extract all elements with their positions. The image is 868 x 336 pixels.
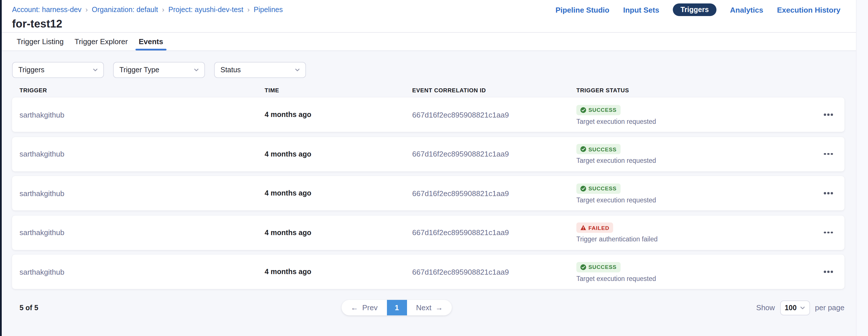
trigger-status-cell: FAILED Trigger authentication failed	[577, 223, 812, 242]
trigger-status-cell: SUCCESS Target execution requested	[577, 144, 812, 164]
trigger-name: sarthakgithub	[20, 228, 265, 237]
prev-label: Prev	[362, 303, 377, 312]
status-detail: Target execution requested	[577, 275, 812, 282]
row-options-menu-button[interactable]	[822, 190, 835, 197]
row-options-menu-button[interactable]	[822, 151, 835, 157]
status-badge: SUCCESS	[577, 183, 621, 194]
status-badge: SUCCESS	[577, 144, 621, 154]
pagination-footer: 5 of 5 ← Prev 1 Next → Show 100 per page	[12, 300, 844, 316]
chevron-down-icon	[294, 67, 300, 73]
show-label: Show	[756, 303, 775, 312]
event-row: sarthakgithub 4 months ago 667d16f2ec895…	[12, 255, 844, 289]
status-label: FAILED	[588, 225, 609, 231]
events-list: sarthakgithub 4 months ago 667d16f2ec895…	[12, 98, 856, 289]
nav-triggers-pill-active[interactable]: Triggers	[673, 3, 716, 16]
current-page-button[interactable]: 1	[386, 300, 407, 315]
next-label: Next	[416, 303, 431, 312]
row-options-menu-button[interactable]	[822, 111, 835, 118]
event-correlation-id: 667d16f2ec895908821c1aa9	[412, 150, 577, 158]
event-correlation-id: 667d16f2ec895908821c1aa9	[412, 189, 577, 198]
event-time: 4 months ago	[265, 150, 412, 158]
chevron-down-icon	[92, 67, 98, 73]
triggers-events-page: Account: harness-dev › Organization: def…	[0, 0, 868, 336]
scrollbar-track[interactable]	[856, 0, 868, 336]
trigger-status-cell: SUCCESS Target execution requested	[577, 105, 812, 125]
trigger-type-filter-label: Trigger Type	[119, 66, 159, 74]
prev-page-button[interactable]: ← Prev	[342, 300, 386, 315]
next-page-button[interactable]: Next →	[407, 300, 452, 315]
nav-input-sets-link[interactable]: Input Sets	[623, 5, 659, 14]
event-time: 4 months ago	[265, 229, 412, 237]
event-row: sarthakgithub 4 months ago 667d16f2ec895…	[12, 176, 844, 210]
tab-trigger-listing[interactable]: Trigger Listing	[17, 33, 64, 51]
status-label: SUCCESS	[588, 185, 617, 192]
col-header-trigger: TRIGGER	[20, 87, 265, 93]
event-correlation-id: 667d16f2ec895908821c1aa9	[412, 228, 577, 237]
col-header-event-correlation-id: EVENT CORRELATION ID	[412, 87, 577, 93]
triggers-filter-dropdown[interactable]: Triggers	[12, 62, 104, 78]
status-detail: Trigger authentication failed	[577, 236, 812, 242]
pager: ← Prev 1 Next →	[342, 300, 452, 315]
tab-events-active[interactable]: Events	[138, 33, 163, 51]
breadcrumb: Account: harness-dev › Organization: def…	[12, 6, 283, 14]
status-filter-label: Status	[220, 66, 241, 74]
per-page-label: per page	[815, 303, 844, 312]
chevron-down-icon	[193, 67, 199, 73]
row-options-menu-button[interactable]	[822, 269, 835, 275]
nav-execution-history-link[interactable]: Execution History	[777, 5, 840, 14]
chevron-down-icon	[799, 305, 805, 310]
trigger-status-cell: SUCCESS Target execution requested	[577, 183, 812, 203]
nav-analytics-link[interactable]: Analytics	[730, 5, 763, 14]
status-detail: Target execution requested	[577, 118, 812, 125]
breadcrumb-pipelines-link[interactable]: Pipelines	[254, 6, 283, 14]
trigger-name: sarthakgithub	[20, 150, 265, 158]
chevron-right-icon: ›	[162, 6, 164, 14]
collapsed-sidebar-edge	[0, 0, 2, 336]
row-options-menu-button[interactable]	[822, 229, 835, 236]
event-time: 4 months ago	[265, 268, 412, 276]
tab-trigger-explorer[interactable]: Trigger Explorer	[74, 33, 128, 51]
event-correlation-id: 667d16f2ec895908821c1aa9	[412, 110, 577, 119]
nav-pipeline-studio-link[interactable]: Pipeline Studio	[555, 5, 609, 14]
trigger-type-filter-dropdown[interactable]: Trigger Type	[113, 62, 205, 78]
status-detail: Target execution requested	[577, 196, 812, 203]
check-circle-icon	[580, 186, 586, 191]
table-header-row: TRIGGER TIME EVENT CORRELATION ID TRIGGE…	[12, 82, 844, 98]
filters-row: Triggers Trigger Type Status	[12, 62, 856, 78]
status-label: SUCCESS	[588, 264, 617, 270]
events-content: Triggers Trigger Type Status TRIGGER TIM…	[0, 51, 868, 316]
breadcrumb-project-link[interactable]: Project: ayushi-dev-test	[168, 6, 243, 14]
status-badge: SUCCESS	[577, 262, 621, 272]
event-row: sarthakgithub 4 months ago 667d16f2ec895…	[12, 215, 844, 250]
status-badge: FAILED	[577, 223, 613, 233]
trigger-name: sarthakgithub	[20, 189, 265, 198]
chevron-right-icon: ›	[86, 6, 88, 14]
pipeline-module-nav: Pipeline Studio Input Sets Triggers Anal…	[555, 3, 840, 16]
event-correlation-id: 667d16f2ec895908821c1aa9	[412, 267, 577, 276]
warning-triangle-icon	[580, 225, 586, 231]
page-title: for-test12	[12, 18, 840, 30]
status-detail: Target execution requested	[577, 157, 812, 164]
trigger-status-cell: SUCCESS Target execution requested	[577, 262, 812, 282]
chevron-right-icon: ›	[247, 6, 250, 14]
event-row: sarthakgithub 4 months ago 667d16f2ec895…	[12, 137, 844, 171]
event-row: sarthakgithub 4 months ago 667d16f2ec895…	[12, 98, 844, 132]
check-circle-icon	[580, 107, 586, 113]
col-header-trigger-status: TRIGGER STATUS	[577, 87, 812, 93]
breadcrumb-account-link[interactable]: Account: harness-dev	[12, 6, 82, 14]
arrow-right-icon: →	[435, 303, 443, 312]
check-circle-icon	[580, 146, 586, 152]
page-size-dropdown[interactable]: 100	[780, 300, 810, 315]
page-size-value: 100	[785, 304, 797, 312]
event-time: 4 months ago	[265, 111, 412, 119]
tabbar: Trigger Listing Trigger Explorer Events	[0, 33, 868, 51]
page-size-control: Show 100 per page	[756, 300, 844, 315]
trigger-name: sarthakgithub	[20, 110, 265, 119]
breadcrumb-organization-link[interactable]: Organization: default	[92, 6, 158, 14]
status-label: SUCCESS	[588, 107, 617, 113]
arrow-left-icon: ←	[351, 303, 358, 312]
status-label: SUCCESS	[588, 146, 617, 152]
results-summary: 5 of 5	[20, 304, 38, 312]
status-filter-dropdown[interactable]: Status	[214, 62, 306, 78]
check-circle-icon	[580, 264, 586, 270]
